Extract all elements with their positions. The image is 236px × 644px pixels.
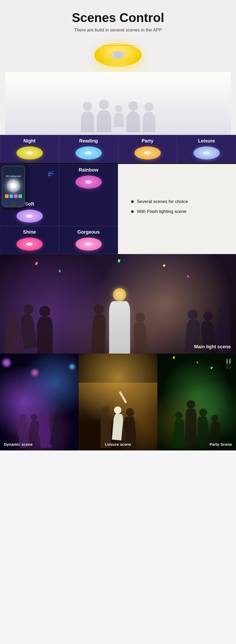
scene-shine-lamp [17, 238, 43, 251]
bullet-2: With Flash lighting scene [131, 209, 223, 214]
scenes-row1: Night Reading Party Leisure [0, 135, 236, 163]
scene-leisure-lamp [194, 146, 220, 159]
phone-mockup-container: Wifi Ceiling Light [2, 166, 25, 207]
gallery-party: Party Scene [157, 354, 236, 450]
scene-soft: Wifi Ceiling Light [0, 164, 59, 226]
scene-rainbow-lamp [76, 175, 102, 189]
lamp-speaker-reading [85, 151, 92, 155]
scene-soft-label: Soft [25, 167, 34, 207]
scene-reading-label: Reading [79, 138, 98, 144]
hero-section: Scenes Control There are build in severa… [0, 0, 236, 135]
lamp-speaker-party [144, 151, 151, 155]
scenes-row2-lamps: Wifi Ceiling Light [0, 164, 118, 254]
phone-mockup: Wifi Ceiling Light [2, 166, 25, 207]
phone-app-icons [5, 194, 22, 198]
gallery-dynamic: Dynamic scene [0, 354, 79, 450]
scene-reading: Reading [59, 135, 118, 163]
bullet-text-2: With Flash lighting scene [137, 209, 186, 214]
crowd-area [0, 274, 236, 354]
leisure-label: Leisure scene [105, 442, 131, 447]
bar-glow [79, 383, 157, 421]
row2-combined: Wifi Ceiling Light [0, 164, 236, 254]
scene-party: Party [118, 135, 177, 163]
page-subtitle: There are build in several scenes in the… [5, 27, 231, 33]
main-party-photo: Main light scene [0, 254, 236, 354]
light-spot-1 [3, 359, 10, 367]
main-person [109, 288, 130, 354]
wifi-icon [43, 169, 53, 179]
gallery-leisure: Leisure scene [79, 354, 157, 450]
scene-leisure: Leisure [177, 135, 236, 163]
phone-light-display [7, 179, 20, 192]
lamp-speaker-soft [26, 214, 33, 218]
bottom-gallery: Dynamic scene Leisure scene [0, 354, 236, 450]
scene-night: Night [0, 135, 59, 163]
party-confetti-1 [173, 356, 175, 359]
light-spot-3 [31, 369, 38, 376]
bullet-1: Several scenes for choice [131, 199, 223, 204]
scenes-info: Several scenes for choice With Flash lig… [118, 164, 236, 254]
lamp-speaker-gorgeous [85, 243, 92, 246]
lamp-speaker-rainbow [85, 180, 92, 184]
scene-leisure-label: Leisure [198, 138, 215, 144]
dynamic-label: Dynamic scene [4, 442, 33, 447]
crowd-center [53, 288, 186, 354]
bullet-dot-2 [131, 210, 134, 213]
lamp-speaker-shine [26, 243, 33, 246]
scene-gorgeous-label: Gorgeous [77, 229, 100, 235]
bullet-dot-1 [131, 200, 134, 203]
scene-rainbow-label: Rainbow [79, 167, 98, 173]
main-light-label: Main light scene [194, 344, 231, 350]
light-spot-2 [69, 364, 75, 369]
scene-reading-lamp [76, 146, 102, 159]
lamp-rim [100, 45, 136, 46]
scene-soft-lamp [17, 210, 43, 223]
scene-shine: Shine [0, 226, 59, 254]
bullet-text-1: Several scenes for choice [137, 199, 188, 204]
scene-rainbow: Rainbow [59, 164, 118, 226]
lamp-speaker-inner [114, 53, 123, 57]
champagne-glasses [226, 359, 231, 369]
lamp-speaker-night [26, 151, 33, 155]
scene-night-label: Night [24, 138, 36, 144]
party-confetti-3 [210, 366, 213, 369]
lamp-speaker-leisure [203, 151, 210, 155]
lamp-speaker [111, 51, 125, 59]
wifi-icon-container [43, 169, 53, 180]
scene-party-label: Party [142, 138, 153, 144]
family-photo [5, 72, 231, 135]
scene-gorgeous: Gorgeous [59, 226, 118, 254]
scene-gorgeous-lamp [76, 238, 102, 251]
scene-party-lamp [135, 146, 161, 159]
phone-home-button [12, 202, 15, 206]
party-confetti-2 [196, 361, 198, 364]
crowd-left [5, 304, 53, 354]
lamp-illustration [5, 38, 231, 72]
scene-shine-label: Shine [23, 229, 36, 235]
phone-screen: Wifi Ceiling Light [2, 166, 24, 207]
scene-night-lamp [17, 146, 43, 159]
party-label: Party Scene [210, 442, 232, 447]
page-title: Scenes Control [5, 10, 231, 25]
